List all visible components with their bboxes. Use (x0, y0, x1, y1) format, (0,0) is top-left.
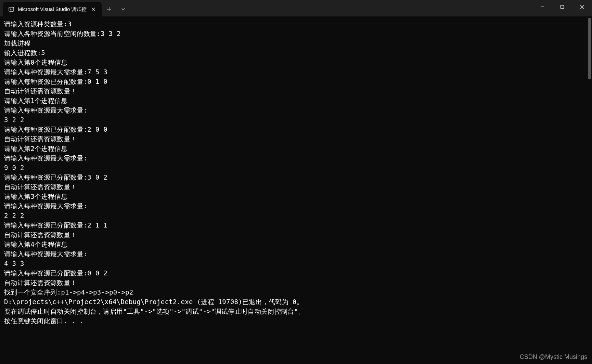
close-tab-button[interactable] (90, 6, 97, 13)
console-line: 自动计算还需资源数量！ (4, 134, 588, 144)
console-line: 请输入第1个进程信息 (4, 96, 588, 105)
watermark: CSDN @Mystic Musings (520, 353, 587, 361)
console-line: 按任意键关闭此窗口. . . (4, 316, 588, 326)
svg-rect-0 (9, 7, 14, 11)
console-line: 请输入每种资源已分配数量:2 0 0 (4, 125, 588, 134)
tab-dropdown-button[interactable] (117, 2, 129, 16)
terminal-icon (8, 6, 14, 12)
console-line: D:\projects\c++\Project2\x64\Debug\Proje… (4, 297, 588, 307)
console-line: 请输入第4个进程信息 (4, 239, 588, 249)
console-line: 请输入各种资源当前空闲的数量:3 3 2 (4, 29, 588, 38)
console-line: 输入进程数:5 (4, 48, 588, 57)
console-line: 自动计算还需资源数量！ (4, 182, 588, 192)
close-window-button[interactable] (572, 0, 592, 14)
console-line: 请输入每种资源已分配数量:2 1 1 (4, 220, 588, 230)
console-line: 请输入资源种类数量:3 (4, 19, 588, 29)
title-bar: Microsoft Visual Studio 调试控 (0, 0, 592, 16)
console-line: 请输入每种资源最大需求量:7 5 3 (4, 67, 588, 77)
window-controls (532, 0, 592, 14)
console-line: 请输入每种资源已分配数量:0 1 0 (4, 77, 588, 86)
console-line: 加载进程 (4, 38, 588, 48)
console-line: 找到一个安全序列:p1->p4->p3->p0->p2 (4, 287, 588, 297)
maximize-button[interactable] (552, 0, 572, 14)
minimize-button[interactable] (532, 0, 552, 14)
console-line: 自动计算还需资源数量！ (4, 230, 588, 239)
console-output[interactable]: 请输入资源种类数量:3请输入各种资源当前空闲的数量:3 3 2加载进程输入进程数… (0, 16, 592, 364)
new-tab-button[interactable] (102, 2, 117, 16)
active-tab[interactable]: Microsoft Visual Studio 调试控 (3, 2, 102, 16)
console-line: 4 3 3 (4, 259, 588, 268)
console-line: 请输入第2个进程信息 (4, 144, 588, 153)
tab-title: Microsoft Visual Studio 调试控 (18, 6, 87, 13)
console-line: 自动计算还需资源数量！ (4, 278, 588, 287)
console-line: 请输入每种资源已分配数量:3 0 2 (4, 172, 588, 182)
console-line: 9 0 2 (4, 163, 588, 172)
console-line: 请输入第3个进程信息 (4, 192, 588, 201)
console-line: 请输入第0个进程信息 (4, 57, 588, 67)
console-line: 3 2 2 (4, 115, 588, 125)
console-line: 请输入每种资源最大需求量: (4, 153, 588, 163)
console-line: 自动计算还需资源数量！ (4, 86, 588, 96)
console-line: 要在调试停止时自动关闭控制台，请启用"工具"->"选项"->"调试"->"调试停… (4, 307, 588, 316)
console-line: 请输入每种资源最大需求量: (4, 201, 588, 211)
cursor (84, 317, 84, 325)
console-line: 请输入每种资源最大需求量: (4, 105, 588, 115)
scrollbar-thumb[interactable] (588, 18, 591, 79)
console-line: 2 2 2 (4, 211, 588, 220)
svg-rect-7 (561, 5, 564, 9)
console-line: 请输入每种资源已分配数量:0 0 2 (4, 268, 588, 278)
console-line: 请输入每种资源最大需求量: (4, 249, 588, 259)
